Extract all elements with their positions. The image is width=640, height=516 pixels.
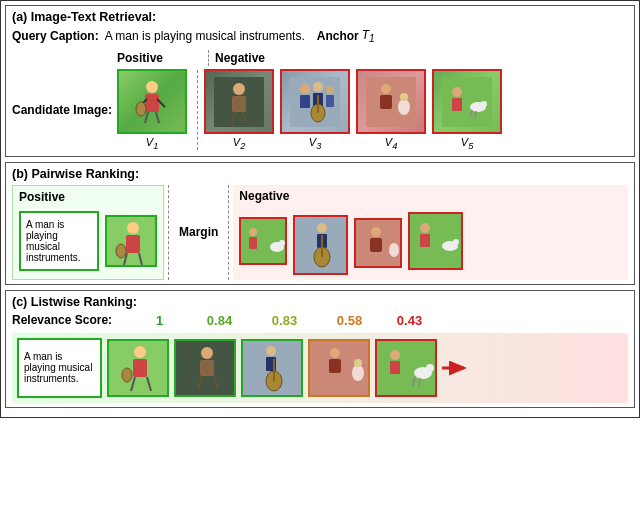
section-c-title: (c) Listwise Ranking: — [12, 295, 628, 309]
b-neg-img-1 — [239, 217, 287, 265]
b-content: Positive A man is playing musical instru… — [12, 185, 628, 280]
relevance-label: Relevance Score: — [12, 313, 132, 327]
svg-rect-14 — [300, 95, 310, 108]
svg-rect-9 — [232, 96, 246, 112]
svg-point-83 — [426, 364, 434, 372]
svg-rect-73 — [273, 359, 275, 381]
caption-v3: V3 — [309, 136, 321, 151]
c-img-5 — [375, 339, 437, 397]
svg-point-34 — [127, 222, 139, 234]
right-arrow — [442, 357, 470, 379]
anchor-sub: T1 — [362, 28, 375, 44]
svg-point-13 — [300, 84, 310, 94]
b-text-box: A man is playing musical instruments. — [19, 211, 99, 271]
section-b: (b) Pairwise Ranking: Positive A man is … — [5, 162, 635, 285]
svg-point-43 — [279, 240, 285, 246]
svg-rect-51 — [370, 238, 382, 252]
b-negative-label: Negative — [239, 189, 622, 203]
b-text-content: A man is playing musical instruments. — [26, 219, 92, 263]
b-pos-image — [105, 215, 157, 267]
b-neg-img-2 — [293, 215, 348, 275]
pos-header-a: Positive — [117, 51, 202, 65]
svg-point-27 — [452, 87, 462, 97]
svg-point-57 — [453, 239, 459, 245]
svg-rect-48 — [321, 235, 323, 257]
svg-rect-76 — [329, 359, 341, 373]
b-positive-area: Positive A man is playing musical instru… — [12, 185, 164, 280]
svg-line-32 — [475, 111, 476, 118]
svg-point-50 — [371, 227, 381, 237]
candidate-label: Candidate Image: — [12, 103, 117, 117]
svg-point-8 — [233, 83, 245, 95]
image-v2: V2 — [204, 69, 274, 151]
c-img-4 — [308, 339, 370, 397]
svg-point-78 — [354, 359, 362, 367]
svg-rect-66 — [200, 360, 214, 376]
b-positive-label: Positive — [19, 190, 157, 204]
query-text: A man is playing musical instruments. — [105, 29, 305, 43]
svg-point-54 — [420, 223, 430, 233]
score-5: 0.43 — [382, 313, 437, 328]
b-margin-area: Margin — [173, 185, 224, 280]
svg-point-80 — [390, 350, 400, 360]
score-2: 0.84 — [187, 313, 252, 328]
svg-rect-41 — [249, 237, 257, 249]
section-b-title: (b) Pairwise Ranking: — [12, 167, 628, 181]
section-a: (a) Image-Text Retrieval: Query Caption:… — [5, 5, 635, 157]
scores-row: Relevance Score: 1 0.84 0.83 0.58 0.43 — [12, 313, 628, 328]
section-c: (c) Listwise Ranking: Relevance Score: 1… — [5, 290, 635, 408]
caption-v4: V4 — [385, 136, 397, 151]
caption-v1: V1 — [146, 136, 158, 151]
svg-point-22 — [381, 84, 391, 94]
section-a-title: (a) Image-Text Retrieval: — [12, 10, 628, 24]
svg-point-15 — [313, 82, 323, 92]
image-v4: V4 — [356, 69, 426, 151]
svg-point-45 — [317, 223, 327, 233]
c-images-row: A man is playing musical instruments. — [12, 333, 628, 403]
svg-point-30 — [481, 101, 487, 107]
svg-rect-18 — [326, 95, 334, 107]
score-4: 0.58 — [317, 313, 382, 328]
svg-point-36 — [116, 244, 126, 258]
c-text-content: A man is playing musical instruments. — [24, 351, 95, 384]
c-img-3 — [241, 339, 303, 397]
caption-v5: V5 — [461, 136, 473, 151]
c-text-box: A man is playing musical instruments. — [17, 338, 102, 398]
svg-point-75 — [330, 348, 340, 358]
score-1: 1 — [132, 313, 187, 328]
b-neg-img-3 — [354, 218, 402, 268]
svg-rect-20 — [317, 95, 319, 113]
b-neg-img-4 — [408, 212, 463, 270]
svg-line-4 — [145, 112, 148, 123]
anchor-label: Anchor — [317, 29, 359, 43]
svg-rect-28 — [452, 98, 462, 111]
svg-rect-81 — [390, 361, 400, 374]
image-v1: V1 — [117, 69, 187, 151]
svg-line-5 — [156, 112, 159, 123]
svg-rect-55 — [420, 234, 430, 247]
main-container: (a) Image-Text Retrieval: Query Caption:… — [0, 0, 640, 418]
svg-point-59 — [134, 346, 146, 358]
svg-point-0 — [146, 81, 158, 93]
score-3: 0.83 — [252, 313, 317, 328]
svg-point-52 — [389, 243, 399, 257]
svg-rect-60 — [133, 359, 147, 377]
svg-point-70 — [266, 346, 276, 356]
svg-point-65 — [201, 347, 213, 359]
c-img-1 — [107, 339, 169, 397]
neg-header-a: Negative — [215, 51, 265, 65]
query-label: Query Caption: — [12, 29, 99, 43]
images-row-a: Candidate Image: — [12, 69, 628, 151]
margin-label: Margin — [179, 225, 218, 239]
svg-point-61 — [122, 368, 132, 382]
query-row: Query Caption: A man is playing musical … — [12, 28, 628, 44]
image-v5: V5 — [432, 69, 502, 151]
b-neg-images — [239, 207, 622, 275]
svg-point-77 — [352, 365, 364, 381]
image-v3: V3 — [280, 69, 350, 151]
c-img-2 — [174, 339, 236, 397]
svg-point-40 — [249, 228, 257, 236]
svg-point-17 — [326, 86, 334, 94]
svg-point-6 — [136, 102, 146, 116]
svg-line-85 — [419, 378, 420, 387]
